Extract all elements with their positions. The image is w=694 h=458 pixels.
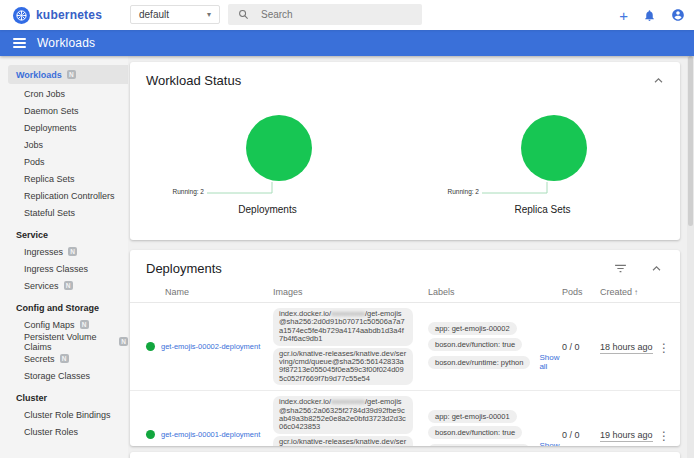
search-input[interactable] xyxy=(261,9,412,20)
show-all-link[interactable]: Show all xyxy=(539,353,562,371)
top-actions: + xyxy=(619,0,685,30)
sidebar-item-label: Secrets xyxy=(24,354,55,364)
sidebar-item-ingresses[interactable]: IngressesN xyxy=(0,243,128,260)
sidebar-item-persistent-volume-claims[interactable]: Persistent Volume ClaimsN xyxy=(0,333,128,350)
sidebar-item-replica-sets[interactable]: Replica Sets xyxy=(0,170,128,187)
status-running-icon xyxy=(146,430,155,439)
column-header-created[interactable]: Created ↑ xyxy=(600,287,658,297)
sidebar-section-cluster: Cluster xyxy=(0,389,128,406)
scrollbar xyxy=(687,56,694,458)
sidebar-item-cluster-role-bindings[interactable]: Cluster Role Bindings xyxy=(0,406,128,423)
brand-home-link[interactable]: kubernetes xyxy=(13,0,102,30)
chart-deployments: Running: 2 Deployments xyxy=(130,90,405,222)
label-chip: boson.dev/function: true xyxy=(428,338,522,351)
sidebar-item-label: Services xyxy=(24,281,59,291)
sidebar-item-label: Persistent Volume Claims xyxy=(24,332,114,352)
sidebar-item-label: Cluster Role Bindings xyxy=(24,410,111,420)
sidebar-item-label: Cluster Roles xyxy=(24,427,78,437)
pie-circle xyxy=(246,115,312,181)
app-bar: Workloads xyxy=(0,30,694,56)
table-header-row: Name Images Labels Pods Created ↑ xyxy=(130,282,680,303)
sidebar-item-label: Ingresses xyxy=(24,247,63,257)
page-title: Workloads xyxy=(37,36,95,50)
deployment-name-link[interactable]: get-emojis-00001-deployment xyxy=(161,430,260,439)
pie-circle xyxy=(521,115,587,181)
sidebar-item-label: Ingress Classes xyxy=(24,264,88,274)
sidebar-item-pods[interactable]: Pods xyxy=(0,153,128,170)
chevron-down-icon: ▾ xyxy=(207,10,211,19)
sidebar-section-config-and-storage: Config and Storage xyxy=(0,299,128,316)
card-title: Workload Status xyxy=(146,73,241,88)
redacted-text: xxxxxxxxx xyxy=(331,397,365,406)
account-icon[interactable] xyxy=(671,8,685,22)
created-ago: 19 hours ago xyxy=(600,430,653,442)
sidebar-item-config-maps[interactable]: Config MapsN xyxy=(0,316,128,333)
image-chip: index.docker.io/xxxxxxxxx/get-emojis@sha… xyxy=(273,396,413,434)
pie-slice-annotation: Running: 2 xyxy=(156,188,204,195)
menu-hamburger-icon[interactable] xyxy=(13,38,26,48)
row-menu-kebab-icon[interactable]: ⋮ xyxy=(658,341,670,355)
label-chip: app: get-emojis-00001 xyxy=(428,410,517,423)
image-chip: gcr.io/knative-releases/knative.dev/serv… xyxy=(273,348,413,386)
filter-icon[interactable] xyxy=(614,264,627,273)
sidebar-item-deployments[interactable]: Deployments xyxy=(0,119,128,136)
namespaced-badge-icon: N xyxy=(64,281,73,290)
search-icon xyxy=(238,9,249,20)
notifications-bell-icon[interactable] xyxy=(643,9,656,22)
sidebar-item-services[interactable]: ServicesN xyxy=(0,277,128,294)
sidebar-item-stateful-sets[interactable]: Stateful Sets xyxy=(0,204,128,221)
column-header-images[interactable]: Images xyxy=(273,287,428,297)
sidebar-item-secrets[interactable]: SecretsN xyxy=(0,350,128,367)
sidebar-item-label: Stateful Sets xyxy=(24,208,75,218)
sidebar-item-label: Replica Sets xyxy=(24,174,75,184)
collapse-card-button[interactable] xyxy=(653,77,664,84)
sort-ascending-icon: ↑ xyxy=(634,288,638,297)
pods-count: 0 / 0 xyxy=(562,342,600,352)
sidebar-item-replication-controllers[interactable]: Replication Controllers xyxy=(0,187,128,204)
namespaced-badge-icon: N xyxy=(80,320,89,329)
deployment-name-link[interactable]: get-emojis-00002-deployment xyxy=(161,342,260,351)
sidebar-item-label: Replication Controllers xyxy=(24,191,115,201)
namespaced-badge-icon: N xyxy=(68,247,77,256)
redacted-text: xxxxxxxxx xyxy=(331,309,365,318)
column-header-labels[interactable]: Labels xyxy=(428,287,562,297)
label-chip: boson.dev/runtime: python xyxy=(428,356,530,369)
sidebar-item-ingress-classes[interactable]: Ingress Classes xyxy=(0,260,128,277)
sidebar-item-label: Storage Classes xyxy=(24,371,90,381)
row-menu-kebab-icon[interactable]: ⋮ xyxy=(658,429,670,443)
collapse-card-button[interactable] xyxy=(651,265,662,272)
deployments-rows: get-emojis-00002-deploymentindex.docker.… xyxy=(130,303,680,446)
search-bar[interactable] xyxy=(228,4,422,25)
label-chip: app: get-emojis-00002 xyxy=(428,322,517,335)
sidebar-item-cron-jobs[interactable]: Cron Jobs xyxy=(0,85,128,102)
kubernetes-logo-icon xyxy=(13,7,30,24)
main-content: Workload Status Running: 2 Deployments xyxy=(128,56,694,458)
table-row: get-emojis-00002-deploymentindex.docker.… xyxy=(130,303,680,391)
brand-name: kubernetes xyxy=(36,8,102,22)
namespace-selector[interactable]: default ▾ xyxy=(130,5,220,24)
card-title: Deployments xyxy=(146,261,222,276)
column-header-pods[interactable]: Pods xyxy=(562,287,600,297)
sidebar-section-service: Service xyxy=(0,226,128,243)
create-resource-button[interactable]: + xyxy=(619,8,628,23)
deployments-card: Deployments Name Images Labels Pods xyxy=(130,250,680,446)
sidebar-item-label: Deployments xyxy=(24,123,77,133)
created-ago: 18 hours ago xyxy=(600,342,653,354)
sidebar-item-label: Pods xyxy=(24,157,45,167)
image-chip: gcr.io/knative-releases/knative.dev/serv… xyxy=(273,436,413,446)
pie-slice-annotation: Running: 2 xyxy=(431,188,479,195)
top-header: kubernetes default ▾ + xyxy=(0,0,694,30)
sidebar-item-storage-classes[interactable]: Storage Classes xyxy=(0,367,128,384)
namespaced-badge-icon: N xyxy=(60,354,69,363)
sidebar-item-jobs[interactable]: Jobs xyxy=(0,136,128,153)
status-running-icon xyxy=(146,342,155,351)
sidebar-item-daemon-sets[interactable]: Daemon Sets xyxy=(0,102,128,119)
sidebar-item-workloads[interactable]: WorkloadsN xyxy=(8,65,128,84)
label-chip: boson.dev/runtime: python xyxy=(428,444,530,446)
sidebar-item-cluster-roles[interactable]: Cluster Roles xyxy=(0,423,128,440)
sidebar-nav: WorkloadsNCron JobsDaemon SetsDeployment… xyxy=(0,56,128,458)
namespaced-badge-icon: N xyxy=(67,70,76,79)
column-header-name[interactable]: Name xyxy=(146,287,273,297)
show-all-link[interactable]: Show all xyxy=(539,441,562,446)
scrollbar-thumb[interactable] xyxy=(688,56,693,226)
